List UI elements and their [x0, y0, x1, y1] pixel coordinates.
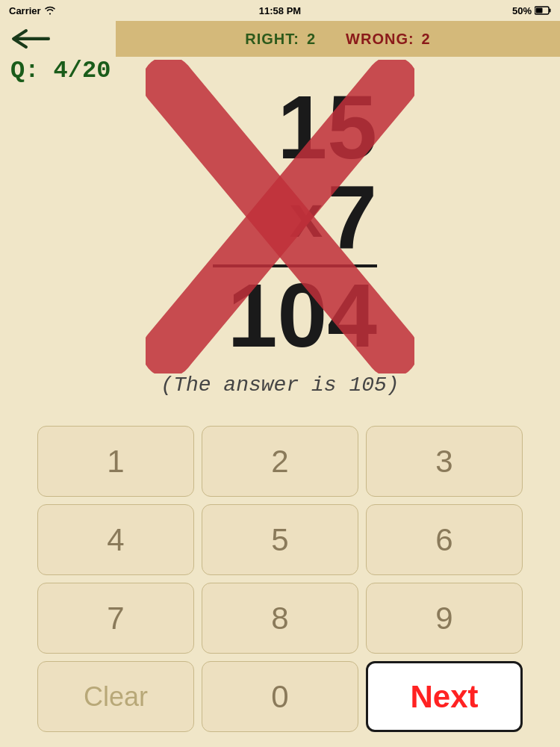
wrong-label: Wrong: — [346, 31, 414, 48]
problem-container: 15 x 7 104 — [183, 82, 377, 360]
operator-row: x 7 — [183, 172, 377, 261]
right-score: Right: 2 — [245, 31, 316, 48]
status-time: 11:58 PM — [259, 5, 301, 16]
wrong-score: Wrong: 2 — [346, 31, 431, 48]
key-6[interactable]: 6 — [366, 504, 523, 575]
clear-button[interactable]: Clear — [37, 661, 194, 732]
operator-symbol: x — [290, 182, 323, 251]
key-7[interactable]: 7 — [37, 583, 194, 654]
multiplicand: 15 — [278, 82, 377, 172]
right-label: Right: — [245, 31, 299, 48]
correct-answer-hint: (The answer is 105) — [161, 374, 399, 397]
score-bar: Right: 2 Wrong: 2 — [116, 21, 560, 57]
wifi-icon — [44, 6, 56, 15]
battery-percent: 50% — [512, 5, 532, 16]
battery-info: 50% — [512, 5, 551, 16]
right-value: 2 — [307, 31, 316, 48]
back-arrow-icon — [7, 28, 60, 50]
question-counter: Q: 4/20 — [10, 57, 111, 84]
carrier-signal: Carrier — [9, 5, 56, 16]
carrier-label: Carrier — [9, 5, 41, 16]
next-button[interactable]: Next — [366, 661, 523, 732]
key-1[interactable]: 1 — [37, 426, 194, 497]
key-9[interactable]: 9 — [366, 583, 523, 654]
wrong-value: 2 — [422, 31, 431, 48]
key-8[interactable]: 8 — [202, 583, 358, 654]
math-area: 15 x 7 104 (The answer is 105) — [0, 82, 560, 397]
back-button[interactable] — [7, 26, 67, 52]
user-answer: 104 — [228, 270, 377, 360]
key-4[interactable]: 4 — [37, 504, 194, 575]
key-0[interactable]: 0 — [202, 661, 358, 732]
key-3[interactable]: 3 — [366, 426, 523, 497]
svg-rect-2 — [536, 8, 543, 13]
battery-icon — [535, 6, 551, 15]
multiplier: 7 — [327, 172, 377, 261]
status-bar: Carrier 11:58 PM 50% — [0, 0, 560, 21]
keypad: 1 2 3 4 5 6 7 8 9 Clear 0 Next — [0, 426, 560, 732]
key-5[interactable]: 5 — [202, 504, 358, 575]
key-2[interactable]: 2 — [202, 426, 358, 497]
svg-rect-1 — [550, 9, 551, 13]
